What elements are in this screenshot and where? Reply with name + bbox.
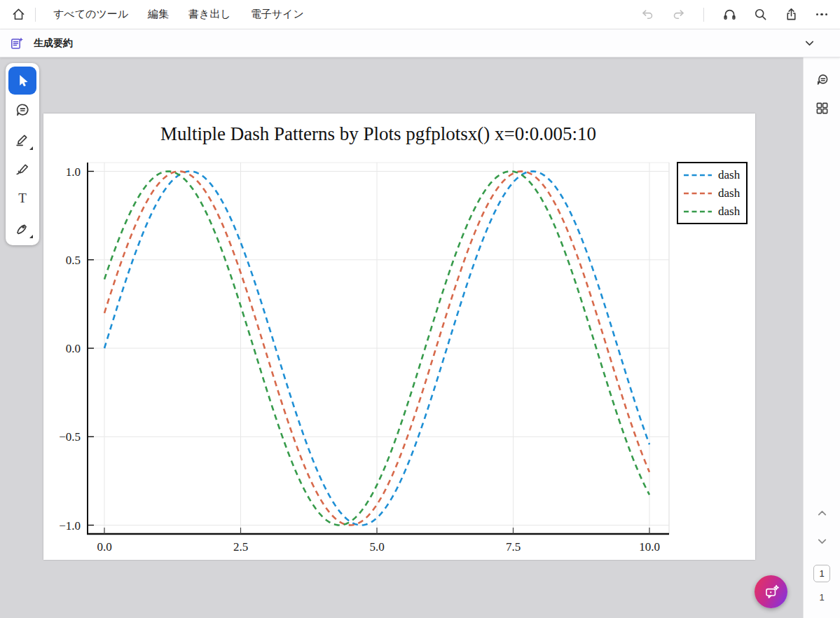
undo-icon [640,7,655,22]
svg-text:2.5: 2.5 [233,540,248,554]
highlighter-icon [15,132,30,147]
ai-assistant-button[interactable] [755,575,787,608]
menu-item-export[interactable]: 書き出し [181,4,239,25]
total-pages-label: 1 [819,592,824,603]
previous-page-button[interactable] [811,502,833,524]
redo-icon [671,7,686,22]
share-icon [784,7,799,22]
legend-dash-sample [683,210,712,214]
comment-icon [15,102,30,118]
next-page-button[interactable] [811,530,833,552]
quick-tools-toolbar: T [6,63,39,245]
generative-summary-bar: 生成要約 [0,29,840,57]
svg-text:7.5: 7.5 [506,540,521,554]
comments-panel-button[interactable] [811,69,833,91]
fill-sign-pen-icon [15,220,30,235]
svg-text:10.0: 10.0 [639,540,660,554]
chevron-down-icon [815,534,829,549]
sign-tool-button[interactable] [8,214,36,242]
chevron-up-icon [815,506,829,521]
highlight-tool-button[interactable] [8,125,36,153]
add-text-tool-button[interactable]: T [8,184,36,212]
menu-item-esign[interactable]: 電子サイン [243,4,312,25]
legend-item: dash [683,167,740,183]
svg-text:1.0: 1.0 [66,165,81,179]
plot-svg: 1.00.50.0−0.5−1.00.02.55.07.510.0 [43,114,755,560]
comments-panel-icon [815,73,829,88]
ellipsis-icon [816,13,828,16]
main-menu: すべてのツール 編集 書き出し 電子サイン [46,4,312,25]
legend-item: dash [683,203,740,219]
redo-button[interactable] [667,4,689,26]
right-panel-rail: 1 [803,57,840,618]
svg-text:−1.0: −1.0 [59,519,81,533]
page-number-input[interactable] [813,565,830,582]
legend-item: dash [683,185,740,201]
grid-icon [815,101,829,116]
draw-tool-button[interactable] [8,155,36,183]
divider [35,8,36,22]
more-options-button[interactable] [811,4,833,26]
generative-summary-label: 生成要約 [34,37,73,50]
undo-button[interactable] [636,4,659,26]
menu-item-edit[interactable]: 編集 [140,4,177,25]
document-page: Multiple Dash Patterns by Plots pgfplots… [43,114,755,560]
divider [703,8,704,22]
top-toolbar: すべてのツール 編集 書き出し 電子サイン [0,0,840,29]
svg-text:−0.5: −0.5 [59,430,81,444]
generative-summary-icon [10,36,24,50]
cursor-icon [15,73,30,88]
select-tool-button[interactable] [8,67,36,95]
legend-label: dash [718,205,740,219]
text-tool-icon: T [18,191,27,206]
home-icon [11,7,26,22]
legend-label: dash [718,168,740,182]
read-aloud-button[interactable] [718,4,741,26]
svg-text:0.0: 0.0 [97,540,111,554]
generative-summary-button[interactable]: 生成要約 [10,36,73,50]
svg-text:0.5: 0.5 [66,254,81,267]
chart-legend: dash dash dash [677,162,748,224]
home-button[interactable] [7,4,29,26]
draw-pen-icon [15,161,30,177]
headphones-icon [722,7,737,22]
ai-chat-sparkle-icon [762,583,780,601]
search-icon [753,7,768,22]
workspace: Multiple Dash Patterns by Plots pgfplots… [0,57,840,618]
page-navigation: 1 [811,502,833,603]
collapse-summary-bar-button[interactable] [798,32,820,55]
top-right-actions [636,4,833,26]
document-canvas: Multiple Dash Patterns by Plots pgfplots… [0,57,803,618]
svg-text:0.0: 0.0 [66,342,81,355]
search-button[interactable] [749,4,771,26]
comment-tool-button[interactable] [8,96,36,124]
legend-dash-sample [683,173,712,177]
chevron-down-icon [802,36,817,50]
legend-dash-sample [683,191,712,195]
svg-text:5.0: 5.0 [369,540,384,554]
menu-item-all-tools[interactable]: すべてのツール [46,4,136,25]
page-thumbnails-button[interactable] [811,97,833,119]
legend-label: dash [718,186,740,200]
share-button[interactable] [780,4,802,26]
